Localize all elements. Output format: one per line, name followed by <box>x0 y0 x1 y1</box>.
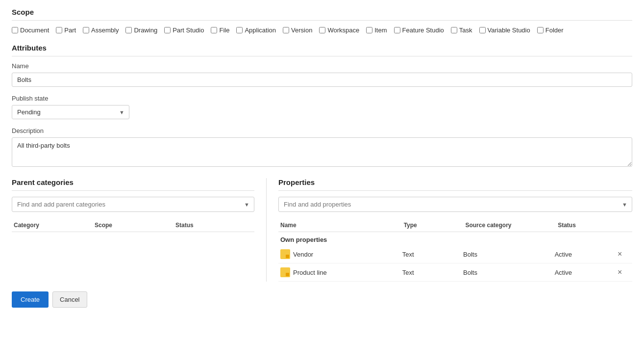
status-col-header: Status <box>173 222 254 229</box>
checkbox-input-assembly[interactable] <box>83 27 89 33</box>
source-category-col-header: Source category <box>463 222 556 229</box>
table-row: Product lineTextBoltsActive× <box>278 263 632 282</box>
property-source-cell: Bolts <box>463 251 555 258</box>
attributes-section: Attributes Name Publish state PendingAct… <box>12 44 632 168</box>
checkbox-input-feature-studio[interactable] <box>394 27 400 33</box>
action-buttons: Create Cancel <box>12 291 632 308</box>
checkbox-task[interactable]: Task <box>451 26 472 34</box>
checkbox-input-document[interactable] <box>12 27 18 33</box>
parent-categories-section: Parent categories ▼ Category Scope Statu… <box>12 178 267 282</box>
property-type-cell: Text <box>402 251 463 258</box>
parent-categories-search-wrapper: ▼ <box>12 197 254 212</box>
checkbox-input-file[interactable] <box>211 27 217 33</box>
properties-rows-container: VendorTextBoltsActive×Product lineTextBo… <box>278 245 632 282</box>
scope-title: Scope <box>12 8 632 21</box>
property-name-cell: Vendor <box>280 249 402 259</box>
checkbox-version[interactable]: Version <box>283 26 312 34</box>
description-field-group: Description <box>12 127 632 168</box>
create-button[interactable]: Create <box>12 291 49 308</box>
type-col-header: Type <box>402 222 464 229</box>
checkbox-part-studio[interactable]: Part Studio <box>164 26 204 34</box>
checkbox-input-drawing[interactable] <box>125 27 132 33</box>
parent-categories-table-header: Category Scope Status <box>12 219 254 232</box>
property-source-cell: Bolts <box>463 269 555 276</box>
properties-title: Properties <box>278 178 632 191</box>
remove-property-button[interactable]: × <box>616 250 624 258</box>
property-name-cell: Product line <box>280 267 402 277</box>
own-properties-label: Own properties <box>278 232 632 245</box>
scope-checkboxes: DocumentPartAssemblyDrawingPart StudioFi… <box>12 26 632 34</box>
name-field-group: Name <box>12 62 632 87</box>
properties-search-input[interactable] <box>278 197 632 212</box>
checkbox-input-part[interactable] <box>56 27 62 33</box>
scope-section: Scope DocumentPartAssemblyDrawingPart St… <box>12 8 632 34</box>
publish-state-field-group: Publish state PendingActiveInactive ▼ <box>12 95 632 119</box>
checkbox-variable-studio[interactable]: Variable Studio <box>479 26 530 34</box>
category-col-header: Category <box>12 222 93 229</box>
publish-state-label: Publish state <box>12 95 632 102</box>
name-input[interactable] <box>12 73 632 87</box>
checkbox-input-part-studio[interactable] <box>164 27 171 33</box>
property-icon <box>280 267 290 277</box>
description-input[interactable] <box>12 137 632 167</box>
parent-categories-title: Parent categories <box>12 178 254 191</box>
property-status-cell: Active <box>555 251 616 258</box>
publish-state-select-wrapper: PendingActiveInactive ▼ <box>12 105 129 119</box>
checkbox-item[interactable]: Item <box>366 26 387 34</box>
properties-table-header: Name Type Source category Status <box>278 219 632 232</box>
checkbox-assembly[interactable]: Assembly <box>83 26 119 34</box>
remove-property-button[interactable]: × <box>616 268 624 276</box>
name-label: Name <box>12 62 632 70</box>
property-status-cell: Active <box>555 269 616 276</box>
checkbox-folder[interactable]: Folder <box>537 26 564 34</box>
cancel-button[interactable]: Cancel <box>52 291 87 308</box>
checkbox-part[interactable]: Part <box>56 26 76 34</box>
parent-categories-search-input[interactable] <box>12 197 254 212</box>
publish-state-select[interactable]: PendingActiveInactive <box>12 105 129 119</box>
checkbox-workspace[interactable]: Workspace <box>319 26 359 34</box>
table-row: VendorTextBoltsActive× <box>278 245 632 263</box>
attributes-title: Attributes <box>12 44 632 56</box>
properties-section: Properties ▼ Name Type Source category S… <box>267 178 632 282</box>
name-col-header: Name <box>278 222 402 229</box>
checkbox-application[interactable]: Application <box>236 26 276 34</box>
checkbox-feature-studio[interactable]: Feature Studio <box>394 26 444 34</box>
checkbox-drawing[interactable]: Drawing <box>125 26 157 34</box>
checkbox-input-workspace[interactable] <box>319 27 325 33</box>
description-label: Description <box>12 127 632 134</box>
status-col-header: Status <box>556 222 618 229</box>
scope-col-header: Scope <box>93 222 173 229</box>
checkbox-input-version[interactable] <box>283 27 289 33</box>
checkbox-input-task[interactable] <box>451 27 457 33</box>
property-icon <box>280 249 290 259</box>
checkbox-input-variable-studio[interactable] <box>479 27 486 33</box>
checkbox-input-folder[interactable] <box>537 27 544 33</box>
checkbox-document[interactable]: Document <box>12 26 49 34</box>
checkbox-input-application[interactable] <box>236 27 243 33</box>
checkbox-file[interactable]: File <box>211 26 229 34</box>
two-col-section: Parent categories ▼ Category Scope Statu… <box>12 178 632 282</box>
checkbox-input-item[interactable] <box>366 27 372 33</box>
property-type-cell: Text <box>402 269 463 276</box>
properties-search-wrapper: ▼ <box>278 197 632 212</box>
